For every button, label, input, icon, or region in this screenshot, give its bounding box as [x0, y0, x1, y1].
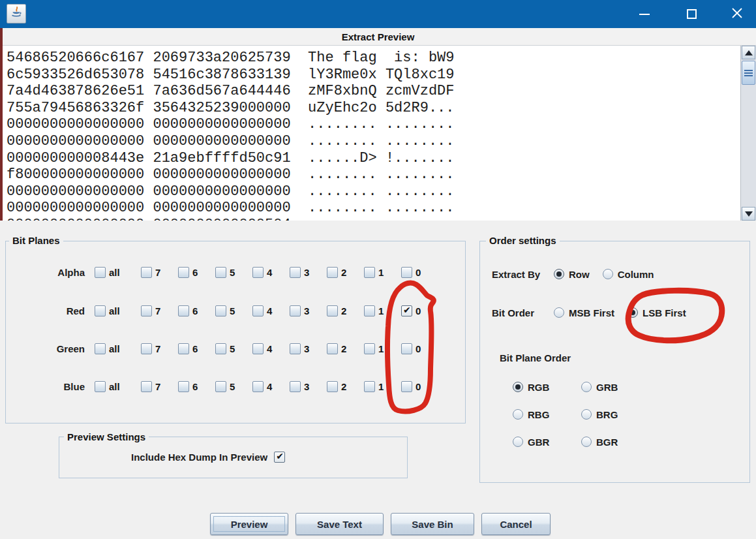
bitplane-checkbox-green-5[interactable]: 5 [215, 343, 252, 354]
bitplane-checkbox-red-5[interactable]: 5 [215, 305, 252, 316]
checkbox-icon[interactable] [364, 267, 375, 278]
checkbox-icon[interactable] [364, 305, 375, 316]
bitplane-checkbox-green-0[interactable]: 0 [401, 343, 438, 354]
save-text-button[interactable]: Save Text [295, 513, 384, 535]
radio-bit-plane-order-rbg[interactable]: RBG [513, 408, 549, 421]
checkbox-icon[interactable] [141, 381, 152, 392]
scroll-down-button[interactable] [742, 207, 755, 221]
radio-bit-plane-order-gbr[interactable]: GBR [513, 435, 549, 448]
radio-bit-order-lsb-first[interactable]: LSB First [627, 307, 686, 318]
checkbox-icon[interactable] [364, 343, 375, 354]
bitplane-checkbox-blue-5[interactable]: 5 [215, 381, 252, 392]
bitplane-checkbox-alpha-6[interactable]: 6 [178, 267, 215, 278]
checkbox-icon[interactable] [327, 381, 338, 392]
bitplane-checkbox-green-all[interactable]: all [95, 343, 141, 354]
minimize-button[interactable] [630, 0, 659, 28]
checkbox-icon[interactable] [178, 381, 189, 392]
checkbox-icon[interactable] [401, 381, 412, 392]
checkbox-icon[interactable] [95, 343, 106, 354]
checkbox-icon[interactable] [141, 305, 152, 316]
checkbox-icon[interactable] [290, 381, 301, 392]
bitplane-checkbox-alpha-1[interactable]: 1 [364, 267, 401, 278]
radio-icon[interactable] [627, 307, 638, 318]
radio-icon[interactable] [554, 307, 564, 318]
bitplane-checkbox-red-7[interactable]: 7 [141, 305, 178, 316]
bitplane-checkbox-red-4[interactable]: 4 [252, 305, 290, 316]
checkbox-icon[interactable] [327, 267, 338, 278]
checkbox-icon[interactable] [327, 305, 338, 316]
radio-icon[interactable] [603, 269, 613, 279]
checkbox-icon[interactable] [141, 343, 152, 354]
radio-icon[interactable] [513, 409, 523, 420]
radio-bit-order-msb-first[interactable]: MSB First [554, 307, 614, 318]
radio-icon[interactable] [581, 409, 592, 420]
bitplane-checkbox-green-1[interactable]: 1 [364, 343, 401, 354]
save-bin-button[interactable]: Save Bin [391, 513, 474, 535]
checkbox-icon[interactable] [290, 343, 301, 354]
radio-icon[interactable] [554, 269, 564, 279]
checkbox-icon[interactable] [95, 267, 106, 278]
checkbox-icon[interactable] [141, 267, 152, 278]
bitplane-checkbox-blue-7[interactable]: 7 [141, 381, 178, 392]
checkbox-icon[interactable] [178, 267, 189, 278]
bitplane-checkbox-alpha-5[interactable]: 5 [215, 267, 252, 278]
app-icon-button[interactable] [7, 4, 26, 23]
checkbox-icon[interactable] [327, 343, 338, 354]
bitplane-checkbox-alpha-all[interactable]: all [95, 267, 141, 278]
checkbox-icon[interactable] [401, 305, 412, 316]
bitplane-checkbox-blue-1[interactable]: 1 [364, 381, 401, 392]
bitplane-checkbox-blue-all[interactable]: all [95, 381, 141, 392]
checkbox-icon[interactable] [401, 267, 412, 278]
checkbox-icon[interactable] [178, 305, 189, 316]
radio-icon[interactable] [513, 437, 523, 447]
checkbox-icon[interactable] [178, 343, 189, 354]
cancel-button[interactable]: Cancel [481, 513, 551, 535]
checkbox-icon[interactable] [290, 267, 301, 278]
radio-bit-plane-order-brg[interactable]: BRG [581, 408, 618, 421]
bitplane-checkbox-red-0[interactable]: 0 [401, 305, 438, 316]
radio-extract-by-row[interactable]: Row [554, 269, 590, 280]
checkbox-icon[interactable] [215, 381, 226, 392]
bitplane-checkbox-red-6[interactable]: 6 [178, 305, 215, 316]
bitplane-checkbox-green-6[interactable]: 6 [178, 343, 215, 354]
checkbox-icon[interactable] [364, 381, 375, 392]
bitplane-checkbox-blue-3[interactable]: 3 [290, 381, 327, 392]
scrollbar-thumb[interactable] [742, 61, 755, 85]
bitplane-checkbox-alpha-2[interactable]: 2 [327, 267, 364, 278]
radio-bit-plane-order-bgr[interactable]: BGR [581, 435, 618, 448]
bitplane-checkbox-red-2[interactable]: 2 [327, 305, 364, 316]
radio-icon[interactable] [513, 382, 523, 392]
vertical-scrollbar[interactable] [740, 46, 756, 221]
bitplane-checkbox-green-4[interactable]: 4 [252, 343, 290, 354]
radio-extract-by-column[interactable]: Column [603, 269, 654, 280]
bitplane-checkbox-alpha-4[interactable]: 4 [252, 267, 290, 278]
checkbox-icon[interactable] [215, 343, 226, 354]
checkbox-icon[interactable] [252, 305, 264, 316]
bitplane-checkbox-alpha-7[interactable]: 7 [141, 267, 178, 278]
radio-icon[interactable] [581, 382, 592, 392]
bitplane-checkbox-alpha-0[interactable]: 0 [401, 267, 438, 278]
checkbox-icon[interactable] [252, 343, 264, 354]
close-button[interactable] [723, 0, 751, 28]
radio-icon[interactable] [581, 437, 592, 447]
checkbox-icon[interactable] [252, 381, 264, 392]
checkbox-icon[interactable] [95, 305, 106, 316]
checkbox-icon[interactable] [252, 267, 264, 278]
bitplane-checkbox-blue-4[interactable]: 4 [252, 381, 290, 392]
bitplane-checkbox-red-1[interactable]: 1 [364, 305, 401, 316]
checkbox-icon[interactable] [290, 305, 301, 316]
bitplane-checkbox-red-3[interactable]: 3 [290, 305, 327, 316]
bitplane-checkbox-blue-6[interactable]: 6 [178, 381, 215, 392]
checkbox-icon[interactable] [401, 343, 412, 354]
bitplane-checkbox-alpha-3[interactable]: 3 [290, 267, 327, 278]
bitplane-checkbox-blue-0[interactable]: 0 [401, 381, 438, 392]
checkbox-icon[interactable] [95, 381, 106, 392]
checkbox-icon[interactable] [215, 267, 226, 278]
radio-bit-plane-order-grb[interactable]: GRB [581, 380, 618, 393]
bitplane-checkbox-green-2[interactable]: 2 [327, 343, 364, 354]
bitplane-checkbox-green-7[interactable]: 7 [141, 343, 178, 354]
bitplane-checkbox-green-3[interactable]: 3 [290, 343, 327, 354]
preview-button[interactable]: Preview [210, 513, 288, 535]
scroll-up-button[interactable] [742, 46, 755, 59]
bitplane-checkbox-blue-2[interactable]: 2 [327, 381, 364, 392]
